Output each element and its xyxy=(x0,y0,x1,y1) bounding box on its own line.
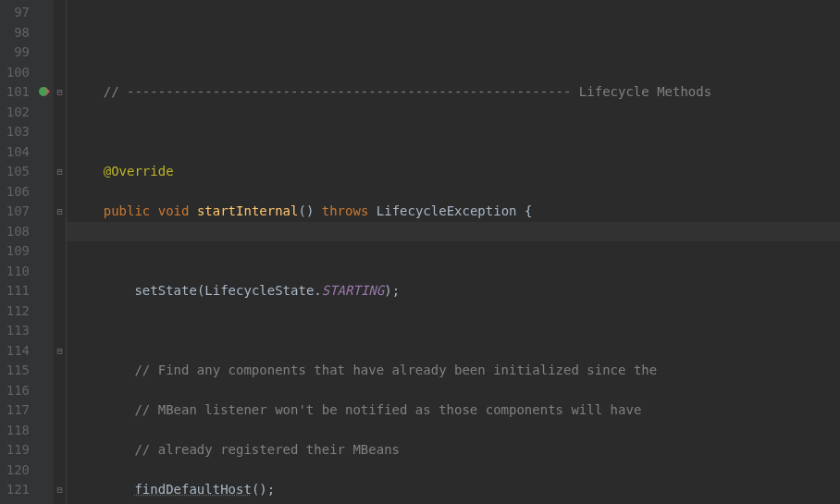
marker-gutter xyxy=(37,0,54,504)
parens: () xyxy=(298,203,314,218)
line-number[interactable]: 106 xyxy=(4,182,30,203)
line-number[interactable]: 110 xyxy=(4,262,30,282)
fold-end-icon[interactable]: ⊟ xyxy=(56,486,64,494)
keyword: public xyxy=(104,203,151,218)
line-number[interactable]: 99 xyxy=(4,43,30,63)
fold-end-icon[interactable]: ⊟ xyxy=(56,207,64,215)
override-run-icon[interactable] xyxy=(39,86,50,97)
line-number[interactable]: 118 xyxy=(4,421,30,441)
keyword: void xyxy=(158,203,190,218)
line-number[interactable]: 116 xyxy=(4,381,30,401)
line-number[interactable]: 97 xyxy=(4,3,30,23)
code-area[interactable]: // -------------------------------------… xyxy=(67,0,840,504)
line-number[interactable]: 115 xyxy=(4,361,30,381)
line-number[interactable]: 105 xyxy=(4,162,30,182)
call: findDefaultHost xyxy=(134,482,251,497)
line-number[interactable]: 102 xyxy=(4,103,30,123)
call: setState xyxy=(134,283,196,298)
line-number[interactable]: 107 xyxy=(4,202,30,222)
code-editor: 97 98 99 100 101 102 103 104 105 106 107… xyxy=(0,0,840,504)
line-number[interactable]: 98 xyxy=(4,23,30,43)
line-number[interactable]: 101 xyxy=(4,82,30,103)
line-number[interactable]: 108 xyxy=(4,222,30,242)
svg-point-0 xyxy=(39,87,48,96)
current-line-highlight xyxy=(67,222,840,242)
fold-collapse-icon[interactable]: ⊟ xyxy=(56,88,64,96)
method-name: startInternal xyxy=(197,203,299,218)
line-number[interactable]: 114 xyxy=(4,341,30,362)
type: LifecycleException xyxy=(377,203,517,218)
line-number-gutter: 97 98 99 100 101 102 103 104 105 106 107… xyxy=(0,0,37,504)
line-number[interactable]: 117 xyxy=(4,400,30,421)
brace: { xyxy=(517,203,533,218)
fold-collapse-icon[interactable]: ⊟ xyxy=(56,167,64,176)
line-number[interactable]: 104 xyxy=(4,142,30,163)
line-number[interactable]: 103 xyxy=(4,122,30,142)
constant: STARTING xyxy=(322,283,384,298)
line-number[interactable]: 120 xyxy=(4,461,30,481)
comment: // already registered their MBeans xyxy=(134,442,400,457)
line-number[interactable]: 121 xyxy=(4,480,30,500)
line-number[interactable]: 119 xyxy=(4,440,30,461)
keyword: throws xyxy=(322,203,369,218)
line-number[interactable]: 113 xyxy=(4,321,30,341)
fold-gutter: ⊟ ⊟ ⊟ ⊟ ⊟ xyxy=(54,0,67,504)
line-number[interactable]: 112 xyxy=(4,301,30,322)
annotation: @Override xyxy=(104,164,174,178)
fold-collapse-icon[interactable]: ⊟ xyxy=(56,347,64,355)
line-number[interactable]: 111 xyxy=(4,281,30,301)
comment: // Find any components that have already… xyxy=(134,363,657,377)
comment: // MBean listener won't be notified as t… xyxy=(134,402,641,417)
comment: // -------------------------------------… xyxy=(104,84,711,99)
line-number[interactable]: 100 xyxy=(4,63,30,83)
line-number[interactable]: 109 xyxy=(4,241,30,262)
